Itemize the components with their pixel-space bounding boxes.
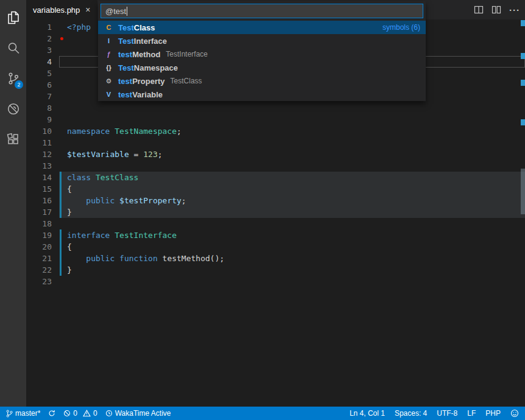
code-line-11[interactable]: 11 xyxy=(26,137,525,149)
cursor-position[interactable]: Ln 4, Col 1 xyxy=(350,409,385,418)
class-symbol-icon: C xyxy=(104,24,114,31)
variable-symbol-icon: V xyxy=(104,91,114,98)
code-line-12[interactable]: 12$testVariable = 123; xyxy=(26,149,525,160)
code-line-9[interactable]: 9 xyxy=(26,114,525,125)
close-icon[interactable]: × xyxy=(85,5,90,14)
code-text xyxy=(65,102,67,114)
namespace-symbol-icon: {} xyxy=(104,64,114,71)
encoding-status[interactable]: UTF-8 xyxy=(437,409,457,418)
overview-ruler[interactable] xyxy=(521,19,525,407)
gutter-decoration xyxy=(59,91,65,102)
code-line-16[interactable]: 16 public $testProperty; xyxy=(26,195,525,206)
git-gutter-indicator xyxy=(59,183,65,195)
sidebar-item-explorer[interactable] xyxy=(0,2,26,33)
wakatime-status[interactable]: WakaTime Active xyxy=(105,409,171,418)
cursor-position-label: Ln 4, Col 1 xyxy=(350,409,385,418)
tab-variables-php[interactable]: variables.php × xyxy=(26,0,97,19)
line-number: 20 xyxy=(26,241,59,253)
code-line-17[interactable]: 17} xyxy=(26,206,525,218)
overview-ruler-mark xyxy=(521,119,525,125)
error-count: 0 xyxy=(73,409,77,418)
code-text: public $testProperty; xyxy=(65,195,186,206)
sidebar-item-search[interactable] xyxy=(0,33,26,63)
quick-open-item-testclass[interactable]: CTestClasssymbols (6) xyxy=(98,21,426,34)
line-number: 17 xyxy=(26,206,59,218)
line-number: 22 xyxy=(26,264,59,276)
editor-actions: ··· xyxy=(474,0,520,19)
gutter-decoration xyxy=(59,21,65,33)
quick-open-item-testproperty[interactable]: ⚙testPropertyTestClass xyxy=(98,74,426,88)
gutter-decoration xyxy=(59,44,65,56)
git-gutter-indicator xyxy=(59,172,65,183)
gutter-decoration xyxy=(59,276,65,287)
gutter-decoration xyxy=(59,79,65,91)
sidebar-item-source-control[interactable]: 2 xyxy=(0,63,26,94)
quick-open-item-testvariable[interactable]: VtestVariable xyxy=(98,88,426,101)
sidebar-item-debug[interactable] xyxy=(0,94,26,124)
line-number: 15 xyxy=(26,183,59,195)
quick-open-item-testmethod[interactable]: ƒtestMethodTestInterface xyxy=(98,47,426,61)
quick-open-widget: @test CTestClasssymbols (6)ITestInterfac… xyxy=(98,1,426,101)
code-line-21[interactable]: 21 public function testMethod(); xyxy=(26,253,525,264)
code-line-23[interactable]: 23 xyxy=(26,276,525,287)
git-branch-status[interactable]: master* xyxy=(6,409,40,418)
indentation-status[interactable]: Spaces: 4 xyxy=(395,409,427,418)
encoding-label: UTF-8 xyxy=(437,409,457,418)
overview-ruler-mark xyxy=(521,20,525,26)
code-line-8[interactable]: 8 xyxy=(26,102,525,114)
gutter-decoration xyxy=(59,102,65,114)
extensions-icon xyxy=(5,131,21,147)
quick-open-group-badge: symbols (6) xyxy=(382,23,420,32)
code-text xyxy=(65,218,67,229)
quick-open-item-testinterface[interactable]: ITestInterface xyxy=(98,34,426,47)
quick-open-item-testnamespace[interactable]: {}TestNamespace xyxy=(98,61,426,74)
tab-title: variables.php xyxy=(33,5,80,15)
code-text: } xyxy=(65,206,72,218)
code-line-20[interactable]: 20{ xyxy=(26,241,525,253)
language-mode-status[interactable]: PHP xyxy=(485,409,501,418)
git-gutter-indicator xyxy=(59,206,65,218)
quick-open-input-value: @test xyxy=(105,7,126,16)
text-caret xyxy=(127,7,127,16)
code-text: class TestClass xyxy=(65,172,138,183)
branch-icon xyxy=(6,410,13,418)
quick-open-input[interactable]: @test xyxy=(100,4,423,18)
search-icon xyxy=(5,40,21,56)
quick-open-input-wrap: @test xyxy=(98,1,426,21)
clock-icon xyxy=(105,410,113,417)
error-icon xyxy=(63,410,71,417)
overview-ruler-mark xyxy=(521,80,525,86)
code-text: { xyxy=(65,183,72,195)
code-text xyxy=(65,68,67,79)
problems-status[interactable]: 0 0 xyxy=(63,409,97,418)
sidebar-item-extensions[interactable] xyxy=(0,124,26,155)
code-text xyxy=(65,56,67,68)
code-text xyxy=(65,44,67,56)
code-line-18[interactable]: 18 xyxy=(26,218,525,229)
more-actions-icon[interactable]: ··· xyxy=(509,5,520,15)
eol-status[interactable]: LF xyxy=(467,409,476,418)
git-gutter-indicator xyxy=(59,241,65,253)
code-line-19[interactable]: 19interface TestInterface xyxy=(26,229,525,241)
code-line-10[interactable]: 10namespace TestNamespace; xyxy=(26,125,525,137)
split-editor-icon[interactable] xyxy=(474,5,484,15)
line-number: 19 xyxy=(26,229,59,241)
eol-label: LF xyxy=(467,409,476,418)
feedback-button[interactable] xyxy=(510,409,519,418)
code-line-22[interactable]: 22} xyxy=(26,264,525,276)
line-number: 2 xyxy=(26,33,59,44)
gutter-decoration xyxy=(59,68,65,79)
branch-name: master* xyxy=(15,409,40,418)
code-line-15[interactable]: 15{ xyxy=(26,183,525,195)
overview-ruler-mark xyxy=(521,53,525,59)
line-number: 18 xyxy=(26,218,59,229)
code-line-13[interactable]: 13 xyxy=(26,160,525,172)
line-number: 14 xyxy=(26,172,59,183)
sync-button[interactable] xyxy=(48,410,55,417)
line-number: 9 xyxy=(26,114,59,125)
editor-layout-icon[interactable] xyxy=(492,5,501,15)
property-symbol-icon: ⚙ xyxy=(104,77,114,85)
code-line-14[interactable]: 14class TestClass xyxy=(26,172,525,183)
git-gutter-indicator xyxy=(59,195,65,206)
symbol-label: testVariable xyxy=(118,90,163,99)
